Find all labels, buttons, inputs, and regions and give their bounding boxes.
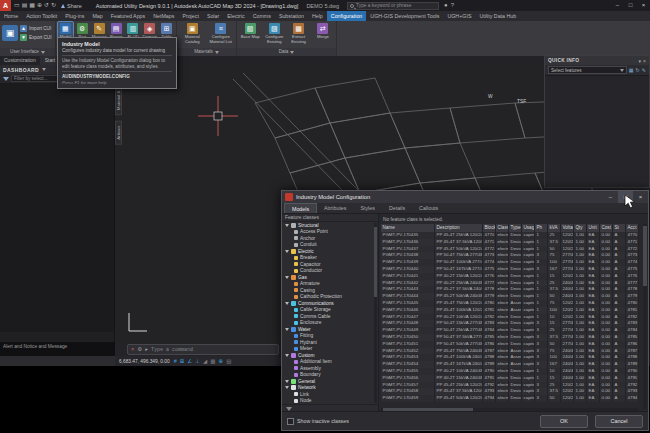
ribbon-tab-electric[interactable]: Electric <box>223 11 248 21</box>
open-icon[interactable]: ▤ <box>22 0 28 11</box>
new-icon[interactable]: ▭ <box>14 0 20 11</box>
table-row[interactable]: PGMT-PV-170459PP 45-4T 50kVA 120/208 OH4… <box>381 395 639 402</box>
ribbon-tab-map[interactable]: Map <box>88 11 106 21</box>
undo-icon[interactable]: ↺ <box>44 0 49 11</box>
ribbon-tab-substation[interactable]: Substation <box>275 11 308 21</box>
dialog-title-bar[interactable]: Industry Model Configuration – □ × <box>282 191 648 203</box>
select-features-dropdown[interactable]: Select features <box>548 66 627 74</box>
workspace-icon[interactable]: ▤ <box>226 356 231 366</box>
panel-label-data[interactable]: Data <box>237 48 336 56</box>
table-row[interactable]: PGMT-PV-170453PP 45-4T 100kVA 240/480 OH… <box>381 354 639 361</box>
column-header-acct[interactable]: Acct <box>626 224 639 232</box>
column-header-description[interactable]: Description <box>435 224 483 232</box>
table-row[interactable]: PGMT-PV-170447PP 40-2T 10kVA 120/240 OH4… <box>381 314 639 321</box>
tab-models[interactable]: Models <box>284 203 317 213</box>
close-icon[interactable]: × <box>131 345 134 354</box>
table-row[interactable]: PGMT-PV-170454PP 45-4T 167kVA 240/480 OH… <box>381 361 639 368</box>
ribbon-tab-utility-data-hub[interactable]: Utility Data Hub <box>475 11 520 21</box>
plot-icon[interactable]: ⊕ <box>37 0 42 11</box>
ribbon-tab-featured-apps[interactable]: Featured Apps <box>107 11 149 21</box>
ribbon-tab-ugh-gis-development-tools[interactable]: UGH-GIS Development Tools <box>366 11 443 21</box>
table-row[interactable]: PGMT-PV-170446PP 45-4T 100kVA 120/240 OH… <box>381 307 639 314</box>
table-row[interactable]: PGMT-PV-170456PP 40-2T 15kVA 240/480 OH4… <box>381 375 639 382</box>
maximize-button[interactable]: □ <box>624 0 637 11</box>
column-header-ph[interactable]: Ph <box>535 224 548 232</box>
column-header-voltage[interactable]: Voltage <box>561 224 574 232</box>
grid-view-icon[interactable]: ▦ <box>629 67 634 73</box>
tab-details[interactable]: Details <box>382 203 412 213</box>
ribbon-tab-configuration[interactable]: Configuration <box>327 11 367 21</box>
tree-scrollbar[interactable] <box>374 223 377 403</box>
column-header-st[interactable]: St <box>613 224 626 232</box>
ribbon-button-export-cui[interactable]: ▼Export CUI <box>20 34 51 41</box>
snap-icon[interactable]: ⊞ <box>180 356 185 366</box>
column-header-kva[interactable]: kVA <box>548 224 561 232</box>
minimize-button[interactable]: – <box>611 0 624 11</box>
column-header-class[interactable]: Class <box>496 224 509 232</box>
column-header-block[interactable]: Block <box>483 224 496 232</box>
table-row[interactable]: PGMT-PV-170441PP 40-2T 15kVA 120/240 OH4… <box>381 273 639 280</box>
column-header-type[interactable]: Type <box>509 224 522 232</box>
table-row[interactable]: PGMT-PV-170444PP 45-2T 50kVA 240/480 OH4… <box>381 293 639 300</box>
grid-icon[interactable]: # <box>174 356 177 366</box>
ortho-icon[interactable]: ◢ <box>203 356 207 366</box>
table-row[interactable]: PGMT-PV-170451PP 50-4T 50kVA 277/480 OH4… <box>381 341 639 348</box>
tracking-icon[interactable]: ⊕ <box>219 356 224 366</box>
ribbon-button-base-map[interactable]: ▧Base Map <box>239 22 261 41</box>
polar-tracking-icon[interactable]: ∠ <box>187 356 192 366</box>
table-row[interactable]: PGMT-PV-170452PP 45-4T 75kVA 240/480 OH4… <box>381 348 639 355</box>
table-row[interactable]: PGMT-PV-170449PP 50-4T 25kVA 277/480 OH4… <box>381 327 639 334</box>
ribbon-button-material-catalog[interactable]: ▣Material Catalog <box>179 22 206 45</box>
dialog-minimize-button[interactable]: – <box>603 191 618 203</box>
column-header-usage[interactable]: Usage <box>522 224 535 232</box>
palette-tab-artisan[interactable]: Artisan <box>115 121 122 145</box>
table-row[interactable]: PGMT-PV-170445PP 45-4T 75kVA 120/240 OH4… <box>381 300 639 307</box>
ribbon-button-extract-existing[interactable]: ▩Extract Existing <box>288 22 310 45</box>
user-interface-icon[interactable]: ▣ <box>2 25 18 41</box>
osnap-icon[interactable]: ⊥ <box>195 356 200 366</box>
vertical-scrollbar[interactable] <box>643 224 647 409</box>
isodraft-icon[interactable]: ▦ <box>210 356 215 366</box>
ribbon-tab-ugh-gis[interactable]: UGH+GIS <box>443 11 475 21</box>
ribbon-tab-plug-ins[interactable]: Plug-ins <box>61 11 88 21</box>
ribbon-button-configure-material-list[interactable]: ≡Configure Material List <box>208 22 235 45</box>
ribbon-button-merge[interactable]: ⇄Merge <box>312 22 334 41</box>
user-avatar[interactable]: ● <box>444 0 448 11</box>
table-row[interactable]: PGMT-PV-170455PP 40-2T 10kVA 240/480 OH4… <box>381 368 639 375</box>
show-inactive-checkbox[interactable] <box>287 418 294 425</box>
ribbon-tab-home[interactable]: Home <box>0 11 22 21</box>
tab-attributes[interactable]: Attributes <box>317 203 353 213</box>
panel-label-materials[interactable]: Materials <box>177 48 236 56</box>
column-header-unit[interactable]: Unit <box>587 224 600 232</box>
close-icon[interactable]: × <box>643 58 646 64</box>
ribbon-tab-project[interactable]: Project <box>178 11 203 21</box>
column-header-cost[interactable]: Cost <box>600 224 613 232</box>
ribbon-tab-comms[interactable]: Comms <box>249 11 275 21</box>
table-row[interactable]: PGMT-PV-170457PP 45-4T 25kVA 120/208 OH4… <box>381 382 639 389</box>
tab-styles[interactable]: Styles <box>353 203 381 213</box>
help-icon[interactable]: ? <box>451 0 454 11</box>
search-input[interactable] <box>356 3 436 8</box>
ok-button[interactable]: OK <box>540 415 588 428</box>
edit-icon[interactable]: ✎ <box>642 67 646 73</box>
column-header-qty[interactable]: Qty <box>574 224 587 232</box>
command-line[interactable]: ×⚙▸ <box>127 344 279 355</box>
table-row[interactable]: PGMT-PV-170439PP 50-4T 100kVA 277/480 OH… <box>381 259 639 266</box>
menu-icon[interactable]: ▾ <box>639 58 642 64</box>
prompt-icon[interactable]: ▸ <box>145 345 148 354</box>
chevron-down-icon[interactable] <box>42 68 46 71</box>
table-row[interactable]: PGMT-PV-170443PP 45-2T 37.5kVA 240/480 O… <box>381 286 639 293</box>
table-row[interactable]: PGMT-PV-170448PP 50-4T 15kVA 277/480 OH4… <box>381 320 639 327</box>
share-button[interactable]: Share <box>61 3 82 9</box>
ribbon-button-configure-existing[interactable]: ▨Configure Existing <box>263 22 285 45</box>
app-menu-button[interactable]: A <box>0 0 11 11</box>
column-header-name[interactable]: Name <box>381 224 435 232</box>
cancel-button[interactable]: Cancel <box>595 415 643 428</box>
command-input[interactable] <box>151 347 275 353</box>
panel-label-user-interface[interactable]: User Interface <box>0 48 55 56</box>
table-row[interactable]: PGMT-PV-170442PP 40-2T 25kVA 240/480 OH4… <box>381 280 639 287</box>
table-row[interactable]: PGMT-PV-170450PP 50-4T 37.5kVA 277/480 O… <box>381 334 639 341</box>
table-row[interactable]: PGMT-PV-170438PP 50-4T 75kVA 277/480 OH4… <box>381 252 639 259</box>
ribbon-tab-solar[interactable]: Solar <box>203 11 223 21</box>
table-row[interactable]: PGMT-PV-170436PP 45-4T 37.5kVA 120/240 O… <box>381 239 639 246</box>
